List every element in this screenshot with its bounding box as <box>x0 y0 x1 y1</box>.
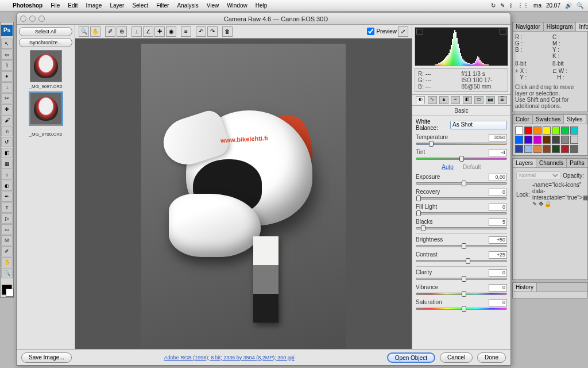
slider-exposure[interactable]: Exposure0,00 <box>416 174 507 185</box>
foreground-background-swatch[interactable] <box>2 285 12 295</box>
style-swatch[interactable] <box>543 126 551 135</box>
auto-link[interactable]: Auto <box>442 164 454 170</box>
style-swatch[interactable] <box>561 145 569 153</box>
workflow-link[interactable]: Adobe RGB (1998); 8 bit; 2336 by 3504 (8… <box>164 355 295 361</box>
window-close-icon[interactable] <box>20 16 26 22</box>
shadow-clip-icon[interactable] <box>416 29 423 34</box>
history-brush-tool[interactable]: ↺ <box>1 137 13 147</box>
style-swatch[interactable] <box>570 145 578 153</box>
slider-tint[interactable]: Tint-4 <box>416 149 507 160</box>
rotate-cw-icon[interactable]: ↷ <box>207 26 218 37</box>
tab-channels[interactable]: Channels <box>536 159 567 167</box>
tab-curve-icon[interactable]: ∿ <box>428 96 437 104</box>
done-button[interactable]: Done <box>477 352 506 363</box>
style-swatch[interactable] <box>533 145 541 153</box>
wb-select[interactable]: As Shot <box>450 121 507 129</box>
menu-layer[interactable]: Layer <box>110 2 124 9</box>
window-zoom-icon[interactable] <box>38 16 45 22</box>
menu-select[interactable]: Select <box>132 2 148 9</box>
type-tool[interactable]: T <box>1 202 13 213</box>
heal-tool[interactable]: ✚ <box>1 104 13 114</box>
dodge-tool[interactable]: ◐ <box>1 181 13 191</box>
brush-tool[interactable]: 🖌 <box>1 115 13 125</box>
slider-brightness[interactable]: Brightness+50 <box>416 236 507 247</box>
tab-styles[interactable]: Styles <box>564 115 586 124</box>
tab-hsl-icon[interactable]: ≡ <box>451 96 460 104</box>
menu-window[interactable]: Window <box>227 2 247 9</box>
style-swatch[interactable] <box>552 145 560 153</box>
style-swatch[interactable] <box>515 136 523 144</box>
menu-file[interactable]: File <box>51 2 60 9</box>
blend-mode-select[interactable]: Normal <box>516 171 560 179</box>
menu-view[interactable]: View <box>207 2 219 9</box>
notes-tool[interactable]: ✉ <box>1 235 13 246</box>
cancel-button[interactable]: Cancel <box>440 352 473 363</box>
redeye-tool-icon[interactable]: ◉ <box>166 26 176 37</box>
straighten-tool-icon[interactable]: ∠ <box>143 26 153 37</box>
tab-detail-icon[interactable]: ▲ <box>439 96 448 104</box>
slider-temperature[interactable]: Temperature3050 <box>416 134 507 145</box>
rotate-ccw-icon[interactable]: ↶ <box>196 26 206 37</box>
tab-history[interactable]: History <box>513 283 537 292</box>
tab-calib-icon[interactable]: 📷 <box>486 96 495 104</box>
marquee-tool[interactable]: ▭ <box>1 49 13 60</box>
menu-analysis[interactable]: Analysis <box>177 2 198 9</box>
slider-contrast[interactable]: Contrast+25 <box>416 251 507 262</box>
tab-split-icon[interactable]: ◧ <box>463 96 472 104</box>
save-image-button[interactable]: Save Image... <box>21 352 72 363</box>
slider-filllight[interactable]: Fill Light0 <box>416 204 507 214</box>
style-swatch[interactable] <box>524 145 532 153</box>
wand-tool[interactable]: ✦ <box>1 71 13 82</box>
gradient-tool[interactable]: ▦ <box>1 159 13 169</box>
tab-paths[interactable]: Paths <box>567 159 588 167</box>
tab-navigator[interactable]: Navigator <box>513 22 544 31</box>
thumb-1[interactable]: _MG_9697.CR2 <box>19 50 72 89</box>
style-swatch[interactable] <box>533 136 541 144</box>
style-swatch[interactable] <box>524 126 532 135</box>
tab-presets-icon[interactable]: ≣ <box>498 96 507 104</box>
tab-info[interactable]: Info <box>576 22 588 31</box>
wb-eyedropper-icon[interactable]: ✐ <box>105 26 115 37</box>
style-swatch[interactable] <box>552 136 560 144</box>
pen-tool[interactable]: ✒ <box>1 191 13 202</box>
slice-tool[interactable]: ✂ <box>1 93 13 103</box>
hand-tool[interactable]: ✋ <box>1 257 13 267</box>
preview-checkbox[interactable]: Preview <box>367 28 397 35</box>
spotlight-icon[interactable]: 🔍 <box>577 2 583 9</box>
menu-filter[interactable]: Filter <box>156 2 169 9</box>
slider-vibrance[interactable]: Vibrance0 <box>416 284 507 295</box>
style-swatch[interactable] <box>543 145 551 153</box>
crop-tool[interactable]: ⟂ <box>1 82 13 93</box>
menu-help[interactable]: Help <box>256 2 268 9</box>
eraser-tool[interactable]: ◧ <box>1 148 13 158</box>
style-swatch[interactable] <box>570 126 578 135</box>
script-icon[interactable]: ✎ <box>500 2 505 9</box>
synchronize-button[interactable]: Synchronize... <box>19 38 72 47</box>
blur-tool[interactable]: ○ <box>1 170 13 180</box>
eyedropper-tool[interactable]: ✐ <box>1 246 13 256</box>
style-swatch[interactable] <box>533 126 541 135</box>
style-swatch[interactable] <box>570 136 578 144</box>
color-sampler-icon[interactable]: ⊕ <box>117 26 127 37</box>
style-swatch[interactable] <box>552 126 560 135</box>
menu-edit[interactable]: Edit <box>68 2 78 9</box>
slider-clarity[interactable]: Clarity0 <box>416 269 507 280</box>
retouch-tool-icon[interactable]: ✚ <box>154 26 165 37</box>
window-minimize-icon[interactable] <box>29 16 36 22</box>
slider-blacks[interactable]: Blacks5 <box>416 218 507 229</box>
wifi-icon[interactable]: ⋮⋮ <box>517 2 529 9</box>
path-tool[interactable]: ▷ <box>1 213 13 224</box>
menu-image[interactable]: Image <box>86 2 102 9</box>
hand-tool-icon[interactable]: ✋ <box>90 26 100 37</box>
histogram[interactable] <box>415 27 508 66</box>
tab-histogram[interactable]: Histogram <box>544 22 577 31</box>
tab-lens-icon[interactable]: ▭ <box>474 96 483 104</box>
slider-recovery[interactable]: Recovery0 <box>416 189 507 200</box>
default-link[interactable]: Default <box>463 164 481 170</box>
style-swatch[interactable] <box>515 145 523 153</box>
volume-icon[interactable]: 🔊 <box>565 2 572 9</box>
slider-saturation[interactable]: Saturation0 <box>416 299 507 310</box>
zoom-tool-icon[interactable]: 🔍 <box>79 26 89 37</box>
preview-area[interactable]: www.bikelehti.fi <box>75 39 412 355</box>
highlight-clip-icon[interactable] <box>500 29 506 34</box>
